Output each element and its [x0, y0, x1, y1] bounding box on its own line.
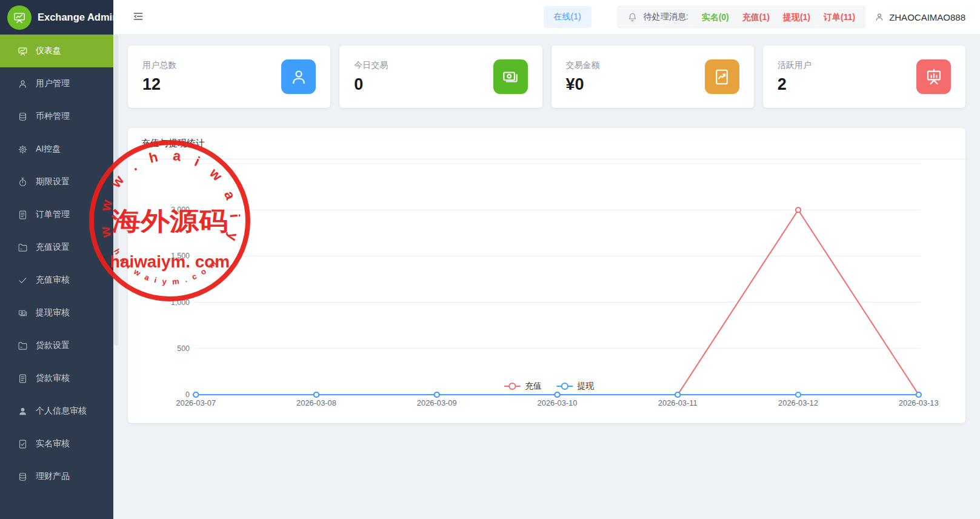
pending-badge[interactable]: 实名(0)	[702, 12, 729, 22]
bell-icon	[627, 12, 638, 22]
stat-value: 0	[354, 75, 388, 94]
presentation-board-icon	[13, 11, 26, 24]
pending-badge[interactable]: 订单(11)	[824, 12, 855, 22]
sidebar-item[interactable]: 充值审核	[0, 264, 113, 296]
user-icon	[290, 68, 308, 86]
topbar: 在线(1) 待处理消息: 实名(0)充值(1)提现(1)订单(11) ZHAOC…	[113, 0, 980, 35]
money-icon	[501, 68, 519, 86]
sidebar-menu: 仪表盘用户管理币种管理AI控盘期限设置订单管理充值设置充值审核提现审核贷款设置贷…	[0, 35, 113, 493]
sidebar-item[interactable]: 期限设置	[0, 166, 113, 198]
coins-icon	[18, 472, 28, 482]
stats-row: 用户总数12今日交易0交易金额¥0活跃用户2	[128, 45, 965, 108]
chart-body: 05001,0001,5002,0002026-03-072026-03-082…	[128, 159, 965, 413]
svg-text:1,500: 1,500	[171, 252, 190, 261]
stat-label: 活跃用户	[778, 60, 812, 71]
sidebar-item-label: 充值审核	[36, 275, 70, 286]
pending-badge[interactable]: 提现(1)	[783, 12, 810, 22]
sidebar-item-label: 提现审核	[36, 307, 70, 318]
sidebar-item[interactable]: 提现审核	[0, 296, 113, 329]
stat-card: 交易金额¥0	[552, 45, 754, 108]
fold-menu-icon	[132, 10, 144, 22]
gear-icon	[18, 144, 28, 155]
sidebar-item-label: 仪表盘	[36, 45, 61, 56]
sidebar-item[interactable]: 充值设置	[0, 231, 113, 264]
svg-text:2026-03-11: 2026-03-11	[658, 399, 698, 407]
sidebar-item-label: 充值设置	[36, 242, 70, 253]
sidebar-item[interactable]: 币种管理	[0, 100, 113, 133]
document-check-icon	[18, 439, 28, 449]
stat-icon	[281, 59, 316, 94]
chart-title: 充值与提现统计	[128, 128, 965, 159]
online-status-badge[interactable]: 在线(1)	[544, 6, 592, 28]
svg-text:充值: 充值	[525, 382, 542, 391]
user-avatar-icon	[875, 12, 884, 22]
sidebar-scrollbar[interactable]	[114, 35, 118, 346]
stat-card: 活跃用户2	[763, 45, 965, 108]
user-icon	[18, 79, 28, 89]
pending-messages-label: 待处理消息:	[644, 12, 688, 22]
document-icon	[18, 210, 28, 220]
sidebar-item[interactable]: 订单管理	[0, 198, 113, 231]
board-icon	[925, 68, 943, 86]
content: 用户总数12今日交易0交易金额¥0活跃用户2 充值与提现统计 05001,000…	[113, 35, 980, 423]
sidebar-item-label: 订单管理	[36, 209, 70, 220]
sidebar-item[interactable]: 贷款审核	[0, 362, 113, 395]
sidebar-item-label: 理财产品	[36, 471, 70, 482]
brand-title: Exchange Admin	[38, 12, 118, 23]
document-icon	[18, 373, 28, 384]
stat-card: 今日交易0	[339, 45, 542, 108]
stat-value: 2	[778, 75, 812, 94]
pending-messages-bar: 待处理消息: 实名(0)充值(1)提现(1)订单(11)	[617, 5, 865, 28]
stat-icon	[916, 59, 951, 94]
check-icon	[18, 275, 28, 286]
sidebar-item-label: AI控盘	[36, 144, 61, 155]
sidebar-item[interactable]: 理财产品	[0, 460, 113, 493]
svg-text:提现: 提现	[576, 382, 594, 391]
user-menu[interactable]: ZHAOCAIMAO888	[875, 12, 965, 22]
sidebar-item[interactable]: 实名审核	[0, 427, 113, 460]
trend-doc-icon	[713, 68, 731, 86]
stat-label: 用户总数	[142, 60, 176, 71]
svg-text:2026-03-07: 2026-03-07	[176, 399, 216, 407]
brand-logo-icon	[7, 5, 32, 30]
sidebar-item[interactable]: 仪表盘	[0, 35, 113, 67]
svg-text:2,000: 2,000	[171, 206, 190, 214]
sidebar-item-label: 贷款设置	[36, 340, 70, 351]
folder-icon	[18, 341, 28, 351]
stat-icon	[705, 59, 739, 94]
stat-label: 今日交易	[354, 60, 388, 71]
stat-label: 交易金额	[566, 60, 600, 71]
svg-text:1,000: 1,000	[171, 298, 190, 307]
svg-text:2026-03-12: 2026-03-12	[778, 399, 818, 407]
sidebar-item[interactable]: AI控盘	[0, 133, 113, 166]
stat-card: 用户总数12	[128, 45, 330, 108]
pending-badges: 实名(0)充值(1)提现(1)订单(11)	[688, 12, 856, 23]
sidebar-item[interactable]: 个人信息审核	[0, 395, 113, 427]
menu-fold-button[interactable]	[132, 10, 145, 24]
brand: Exchange Admin	[0, 0, 113, 35]
app-root: Exchange Admin 仪表盘用户管理币种管理AI控盘期限设置订单管理充值…	[0, 0, 980, 519]
svg-text:2026-03-09: 2026-03-09	[417, 399, 457, 407]
dashboard-icon	[18, 46, 28, 56]
stat-value: 12	[142, 75, 176, 94]
folder-icon	[18, 243, 28, 253]
sidebar-item-label: 贷款审核	[36, 373, 70, 384]
svg-text:2026-03-10: 2026-03-10	[538, 399, 578, 407]
chart-card: 充值与提现统计 05001,0001,5002,0002026-03-07202…	[128, 128, 965, 423]
recharge-withdraw-chart: 05001,0001,5002,0002026-03-072026-03-082…	[128, 159, 965, 413]
sidebar-item[interactable]: 用户管理	[0, 67, 113, 100]
stat-value: ¥0	[566, 75, 600, 94]
money-icon	[18, 308, 28, 318]
topbar-right: 在线(1) 待处理消息: 实名(0)充值(1)提现(1)订单(11) ZHAOC…	[544, 5, 965, 28]
pending-badge[interactable]: 充值(1)	[742, 12, 770, 22]
user-filled-icon	[18, 406, 28, 417]
svg-text:0: 0	[185, 390, 190, 399]
sidebar-item[interactable]: 贷款设置	[0, 329, 113, 362]
sidebar: Exchange Admin 仪表盘用户管理币种管理AI控盘期限设置订单管理充值…	[0, 0, 113, 519]
chart-legend[interactable]: 充值提现	[504, 382, 595, 391]
svg-text:2026-03-13: 2026-03-13	[899, 399, 939, 407]
sidebar-item-label: 币种管理	[36, 111, 70, 122]
username: ZHAOCAIMAO888	[889, 12, 965, 22]
svg-text:500: 500	[177, 344, 190, 353]
sidebar-item-label: 实名审核	[36, 438, 70, 449]
